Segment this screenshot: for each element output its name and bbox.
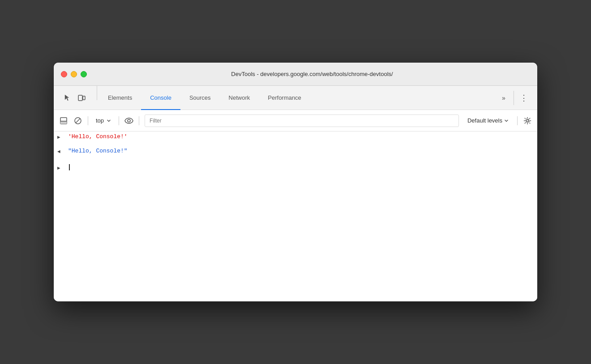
separator-1 xyxy=(88,116,88,125)
device-toolbar-icon[interactable] xyxy=(75,92,88,104)
console-output: ▶ 'Hello, Console!' ◀ "Hello, Console!" … xyxy=(54,131,537,301)
tab-sources[interactable]: Sources xyxy=(180,86,220,110)
levels-label: Default levels xyxy=(467,117,502,124)
context-selector[interactable]: top xyxy=(92,114,115,127)
maximize-button[interactable] xyxy=(81,71,87,77)
clear-console-button[interactable] xyxy=(72,114,84,127)
svg-line-6 xyxy=(76,119,80,123)
console-drawer-button[interactable] xyxy=(57,114,70,127)
output-arrow-1: ◀ xyxy=(57,148,66,154)
live-expressions-button[interactable] xyxy=(123,114,135,127)
separator-4 xyxy=(517,116,518,125)
console-line-1: ▶ 'Hello, Console!' xyxy=(54,131,537,146)
tab-elements[interactable]: Elements xyxy=(99,86,141,110)
more-tabs-button[interactable]: » xyxy=(497,92,510,104)
console-text-2: "Hello, Console!" xyxy=(68,148,128,154)
traffic-lights xyxy=(61,71,87,77)
expand-arrow-1[interactable]: ▶ xyxy=(57,134,66,140)
devtools-window: DevTools - developers.google.com/web/too… xyxy=(54,63,537,301)
input-cursor xyxy=(69,164,70,170)
svg-point-7 xyxy=(128,119,130,122)
svg-rect-3 xyxy=(60,121,67,124)
console-toolbar: top Default levels xyxy=(54,110,537,131)
separator xyxy=(97,86,97,100)
inspect-icon[interactable] xyxy=(61,92,73,104)
console-line-2: ◀ "Hello, Console!" xyxy=(54,146,537,160)
toolbar-icons xyxy=(57,86,91,110)
context-value: top xyxy=(96,117,104,124)
tabs-right: » ⋮ xyxy=(494,86,534,110)
devtools-menu-button[interactable]: ⋮ xyxy=(518,92,530,104)
window-title: DevTools - developers.google.com/web/too… xyxy=(94,71,530,77)
minimize-button[interactable] xyxy=(71,71,77,77)
separator-3 xyxy=(139,116,139,125)
tab-performance[interactable]: Performance xyxy=(259,86,310,110)
levels-button[interactable]: Default levels xyxy=(463,114,514,127)
settings-button[interactable] xyxy=(521,114,534,127)
tabs-list: Elements Console Sources Network Perform… xyxy=(99,86,494,110)
tab-network[interactable]: Network xyxy=(220,86,259,110)
close-button[interactable] xyxy=(61,71,67,77)
svg-point-8 xyxy=(527,119,529,122)
tab-console[interactable]: Console xyxy=(141,86,180,110)
console-input-line[interactable]: ▶ xyxy=(54,160,537,174)
console-text-1: 'Hello, Console!' xyxy=(68,133,128,140)
svg-rect-1 xyxy=(83,96,85,100)
separator-2 xyxy=(119,116,119,125)
filter-input[interactable] xyxy=(145,114,459,127)
titlebar: DevTools - developers.google.com/web/too… xyxy=(54,63,537,86)
svg-rect-0 xyxy=(78,95,82,101)
separator-right xyxy=(514,91,514,105)
input-prompt-arrow: ▶ xyxy=(57,165,66,171)
tabs-bar: Elements Console Sources Network Perform… xyxy=(54,86,537,110)
